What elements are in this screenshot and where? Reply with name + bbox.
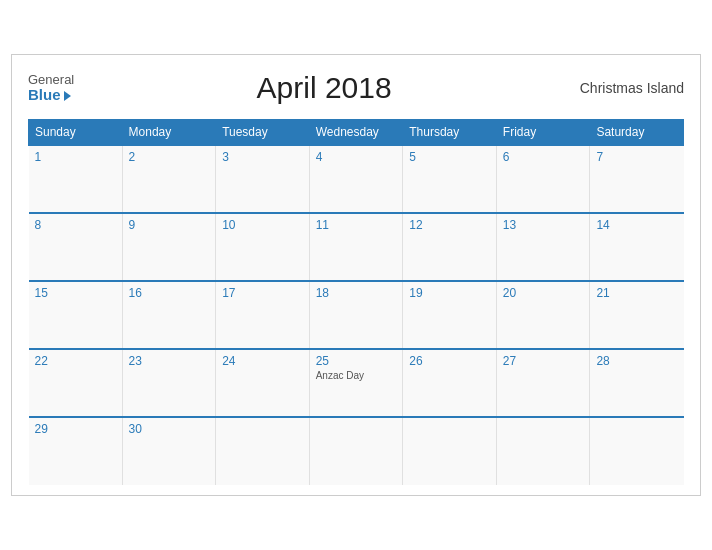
day-number: 13 [503, 218, 584, 232]
day-number: 28 [596, 354, 677, 368]
calendar-tbody: 1234567891011121314151617181920212223242… [29, 145, 684, 485]
day-number: 16 [129, 286, 210, 300]
day-number: 30 [129, 422, 210, 436]
calendar-cell: 11 [309, 213, 403, 281]
calendar-cell: 17 [216, 281, 310, 349]
day-number: 27 [503, 354, 584, 368]
day-number: 22 [35, 354, 116, 368]
day-number: 8 [35, 218, 116, 232]
day-number: 15 [35, 286, 116, 300]
calendar-cell: 26 [403, 349, 497, 417]
day-number: 14 [596, 218, 677, 232]
calendar-cell: 15 [29, 281, 123, 349]
day-number: 10 [222, 218, 303, 232]
logo-triangle-icon [64, 91, 71, 101]
day-number: 6 [503, 150, 584, 164]
calendar-cell: 7 [590, 145, 684, 213]
calendar-cell [590, 417, 684, 485]
logo-general-text: General [28, 73, 74, 87]
calendar-cell [216, 417, 310, 485]
calendar-cell: 27 [496, 349, 590, 417]
week-row-1: 1234567 [29, 145, 684, 213]
calendar-cell: 24 [216, 349, 310, 417]
day-number: 29 [35, 422, 116, 436]
calendar-cell: 20 [496, 281, 590, 349]
calendar-cell: 14 [590, 213, 684, 281]
calendar-cell: 29 [29, 417, 123, 485]
week-row-4: 22232425Anzac Day262728 [29, 349, 684, 417]
day-event: Anzac Day [316, 370, 397, 381]
calendar-cell: 2 [122, 145, 216, 213]
calendar-cell: 6 [496, 145, 590, 213]
logo-blue-text: Blue [28, 87, 74, 104]
calendar-cell: 13 [496, 213, 590, 281]
calendar-cell: 18 [309, 281, 403, 349]
week-row-3: 15161718192021 [29, 281, 684, 349]
calendar-cell: 16 [122, 281, 216, 349]
day-number: 3 [222, 150, 303, 164]
calendar-cell: 5 [403, 145, 497, 213]
calendar-cell: 23 [122, 349, 216, 417]
day-number: 2 [129, 150, 210, 164]
calendar-cell: 28 [590, 349, 684, 417]
day-number: 12 [409, 218, 490, 232]
calendar-header: General Blue April 2018 Christmas Island [28, 71, 684, 105]
day-number: 7 [596, 150, 677, 164]
day-number: 19 [409, 286, 490, 300]
week-row-5: 2930 [29, 417, 684, 485]
week-row-2: 891011121314 [29, 213, 684, 281]
calendar-grid: SundayMondayTuesdayWednesdayThursdayFrid… [28, 119, 684, 485]
day-number: 24 [222, 354, 303, 368]
day-header-tuesday: Tuesday [216, 120, 310, 146]
day-number: 4 [316, 150, 397, 164]
day-number: 23 [129, 354, 210, 368]
day-number: 21 [596, 286, 677, 300]
day-number: 11 [316, 218, 397, 232]
day-header-friday: Friday [496, 120, 590, 146]
day-header-wednesday: Wednesday [309, 120, 403, 146]
day-header-saturday: Saturday [590, 120, 684, 146]
calendar-cell [309, 417, 403, 485]
day-number: 1 [35, 150, 116, 164]
calendar-cell: 30 [122, 417, 216, 485]
day-header-sunday: Sunday [29, 120, 123, 146]
calendar-container: General Blue April 2018 Christmas Island… [11, 54, 701, 496]
calendar-cell [403, 417, 497, 485]
calendar-cell: 8 [29, 213, 123, 281]
calendar-cell: 3 [216, 145, 310, 213]
calendar-title: April 2018 [74, 71, 574, 105]
calendar-cell: 1 [29, 145, 123, 213]
day-header-monday: Monday [122, 120, 216, 146]
calendar-cell: 22 [29, 349, 123, 417]
day-number: 26 [409, 354, 490, 368]
calendar-region: Christmas Island [574, 80, 684, 96]
calendar-cell: 4 [309, 145, 403, 213]
days-header-row: SundayMondayTuesdayWednesdayThursdayFrid… [29, 120, 684, 146]
calendar-cell: 19 [403, 281, 497, 349]
day-number: 17 [222, 286, 303, 300]
day-number: 25 [316, 354, 397, 368]
calendar-cell [496, 417, 590, 485]
calendar-cell: 21 [590, 281, 684, 349]
logo: General Blue [28, 73, 74, 104]
calendar-cell: 12 [403, 213, 497, 281]
calendar-cell: 9 [122, 213, 216, 281]
day-number: 20 [503, 286, 584, 300]
day-number: 9 [129, 218, 210, 232]
day-header-thursday: Thursday [403, 120, 497, 146]
calendar-cell: 25Anzac Day [309, 349, 403, 417]
calendar-cell: 10 [216, 213, 310, 281]
day-number: 18 [316, 286, 397, 300]
day-number: 5 [409, 150, 490, 164]
calendar-thead: SundayMondayTuesdayWednesdayThursdayFrid… [29, 120, 684, 146]
